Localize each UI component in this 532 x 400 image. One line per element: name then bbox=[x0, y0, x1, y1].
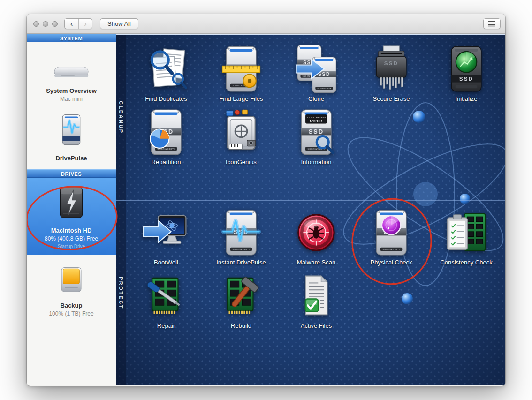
tool-label: Malware Scan bbox=[297, 259, 335, 266]
desktop-background: ‹ › Show All SYSTEM bbox=[0, 0, 532, 400]
tool-row: Repair bbox=[129, 271, 505, 329]
ssd-stamp-text: SSD bbox=[384, 60, 398, 66]
section-cleanup: CLEANUP bbox=[116, 35, 505, 200]
tool-label: Repartition bbox=[152, 158, 181, 166]
malware-scan-icon bbox=[291, 208, 341, 257]
close-button[interactable] bbox=[33, 21, 39, 27]
tool-information[interactable]: SOLID STATE DRIVE 512GB Information bbox=[279, 107, 354, 166]
back-icon: ‹ bbox=[70, 19, 73, 28]
sidebar: SYSTEM System Overview Mac mini bbox=[27, 34, 116, 385]
secure-erase-icon: SSD bbox=[366, 44, 416, 94]
tool-label: Consistency Check bbox=[440, 259, 492, 266]
bootwell-icon bbox=[141, 208, 191, 257]
sidebar-item-system-overview[interactable]: System Overview Mac mini bbox=[27, 62, 116, 102]
tool-row: BootWell Instant DrivePulse bbox=[129, 208, 505, 266]
minimize-button[interactable] bbox=[43, 21, 48, 27]
list-view-icon bbox=[488, 21, 496, 27]
capacity-text: 512GB bbox=[310, 119, 323, 123]
find-duplicates-icon bbox=[141, 44, 191, 94]
sidebar-header-drives: DRIVES bbox=[27, 169, 116, 178]
tool-label: Active Files bbox=[301, 322, 332, 329]
repair-icon bbox=[141, 271, 191, 321]
tool-label: Clone bbox=[308, 95, 324, 102]
tool-initialize[interactable]: SSD Initialize bbox=[429, 44, 504, 102]
forward-icon: › bbox=[84, 19, 87, 28]
tool-row: Find Duplicates bbox=[129, 44, 505, 102]
tool-malware-scan[interactable]: Malware Scan bbox=[279, 208, 354, 266]
sidebar-item-subtitle: 100% (1 TB) Free bbox=[49, 310, 93, 317]
tool-bootwell[interactable]: BootWell bbox=[129, 208, 204, 266]
show-all-button[interactable]: Show All bbox=[100, 18, 138, 29]
icongenius-icon bbox=[216, 107, 266, 157]
repartition-icon bbox=[141, 107, 191, 157]
sidebar-header-system: SYSTEM bbox=[27, 34, 116, 42]
mac-mini-icon bbox=[51, 62, 91, 82]
tools-panel: CLEANUP bbox=[116, 34, 505, 385]
sidebar-item-backup[interactable]: Backup 100% (1 TB) Free bbox=[27, 264, 116, 317]
rebuild-icon bbox=[216, 271, 266, 321]
tool-label: Rebuild bbox=[231, 322, 251, 329]
zoom-button[interactable] bbox=[52, 21, 58, 27]
startup-drive-badge: Startup Drive bbox=[58, 244, 85, 249]
tool-label: Find Large Files bbox=[219, 95, 263, 102]
backup-drive-icon bbox=[55, 264, 88, 296]
sidebar-item-subtitle: Mac mini bbox=[60, 96, 83, 102]
sidebar-item-title: Macintosh HD bbox=[51, 227, 92, 234]
tool-label: IconGenius bbox=[226, 158, 257, 166]
section-label-cleanup: CLEANUP bbox=[116, 35, 126, 200]
tool-icongenius[interactable]: IconGenius bbox=[204, 107, 279, 166]
initialize-icon: SSD bbox=[441, 44, 491, 94]
section-protect: PROTECT bbox=[116, 201, 505, 385]
tool-label: Repair bbox=[157, 322, 175, 329]
protect-grid: BootWell Instant DrivePulse bbox=[126, 201, 505, 385]
tool-consistency-check[interactable]: Consistency Check bbox=[429, 208, 504, 266]
history-nav: ‹ › bbox=[64, 18, 92, 29]
app-window: ‹ › Show All SYSTEM bbox=[27, 14, 505, 386]
tool-clone[interactable]: Clone bbox=[279, 44, 354, 102]
tool-repartition[interactable]: Repartition bbox=[129, 107, 204, 166]
consistency-check-icon bbox=[441, 208, 491, 257]
tool-physical-check[interactable]: Physical Check bbox=[354, 208, 429, 266]
macintosh-hd-icon bbox=[53, 185, 90, 221]
tool-label: Secure Erase bbox=[373, 95, 410, 102]
window-body: SYSTEM System Overview Mac mini bbox=[27, 34, 505, 385]
sidebar-item-title: DrivePulse bbox=[55, 155, 87, 162]
list-view-button[interactable] bbox=[483, 18, 501, 29]
tool-find-duplicates[interactable]: Find Duplicates bbox=[129, 44, 204, 102]
clone-icon bbox=[291, 44, 341, 94]
tool-active-files[interactable]: Active Files bbox=[279, 271, 354, 329]
tool-repair[interactable]: Repair bbox=[129, 271, 204, 329]
tool-label: Instant DrivePulse bbox=[216, 259, 266, 266]
tool-secure-erase[interactable]: SSD Secure Erase bbox=[354, 44, 429, 102]
information-icon: SOLID STATE DRIVE 512GB bbox=[291, 107, 341, 157]
tool-label: Find Duplicates bbox=[145, 95, 187, 102]
cleanup-grid: Find Duplicates bbox=[126, 35, 505, 200]
tool-label: Initialize bbox=[456, 95, 478, 102]
physical-check-icon bbox=[366, 208, 416, 257]
section-label-protect: PROTECT bbox=[116, 201, 126, 385]
instant-drivepulse-icon bbox=[216, 208, 266, 257]
find-large-files-icon bbox=[216, 44, 266, 94]
back-button[interactable]: ‹ bbox=[65, 19, 78, 29]
tool-find-large-files[interactable]: Find Large Files bbox=[204, 44, 279, 102]
sidebar-item-title: System Overview bbox=[46, 87, 97, 94]
ssd-stamp-text: SSD bbox=[459, 75, 473, 82]
sidebar-item-title: Backup bbox=[61, 302, 83, 309]
tool-row: Repartition bbox=[129, 107, 505, 166]
sidebar-item-drivepulse[interactable]: DrivePulse bbox=[27, 113, 116, 162]
drivepulse-icon bbox=[53, 113, 90, 149]
sidebar-item-macintosh-hd[interactable]: Macintosh HD 80% (400.8 GB) Free Startup… bbox=[27, 178, 116, 255]
toolbar: ‹ › Show All bbox=[27, 14, 505, 34]
tool-label: BootWell bbox=[154, 259, 178, 266]
active-files-icon bbox=[291, 271, 341, 321]
tool-label: Physical Check bbox=[371, 259, 412, 266]
window-controls bbox=[33, 21, 58, 27]
forward-button[interactable]: › bbox=[78, 19, 92, 29]
tool-label: Information bbox=[301, 158, 331, 166]
sidebar-item-subtitle: 80% (400.8 GB) Free bbox=[45, 235, 98, 242]
tool-instant-drivepulse[interactable]: Instant DrivePulse bbox=[204, 208, 279, 266]
tool-rebuild[interactable]: Rebuild bbox=[204, 271, 279, 329]
